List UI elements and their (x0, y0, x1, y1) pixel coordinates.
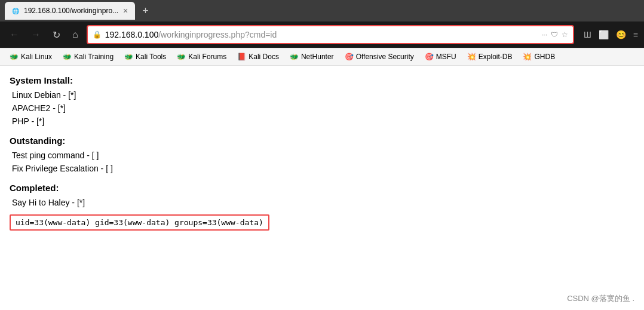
url-text: 192.168.0.100/workinginprogress.php?cmd=… (105, 30, 538, 39)
bookmark-label-7: MSFU (436, 53, 456, 61)
bookmark-label-0: Kali Linux (21, 53, 52, 61)
back-button[interactable]: ← (6, 28, 23, 41)
tab-close-button[interactable]: × (123, 6, 128, 16)
bookmark-label-9: GHDB (534, 53, 555, 61)
url-actions: ··· 🛡 ☆ (541, 30, 568, 39)
bookmarks-bar: 🐲Kali Linux🐲Kali Training🐲Kali Tools🐲Kal… (0, 48, 644, 66)
url-path: /workinginprogress.php?cmd=id (158, 30, 277, 39)
section-heading-2: Completed: (10, 183, 634, 193)
bookmark-icon-1: 🐲 (63, 53, 72, 61)
bookmark-item-1[interactable]: 🐲Kali Training (58, 51, 118, 62)
list-item-1-0: Test ping command - [ ] (10, 151, 634, 160)
bookmark-icon-2: 🐲 (124, 53, 133, 61)
tabs-icon[interactable]: ⬜ (599, 30, 609, 39)
account-icon[interactable]: 😊 (616, 30, 626, 39)
more-options-icon[interactable]: ··· (541, 30, 547, 39)
bookmark-item-4[interactable]: 📕Kali Docs (232, 51, 284, 62)
active-tab[interactable]: 🌐 192.168.0.100/workinginpro... × (5, 2, 135, 20)
bookmark-label-3: Kali Forums (188, 53, 226, 61)
menu-icon[interactable]: ≡ (633, 30, 638, 39)
bookmark-icon-6: 🎯 (345, 53, 354, 61)
list-item-0-0: Linux Debian - [*] (10, 90, 634, 100)
bookmark-item-5[interactable]: 🐲NetHunter (285, 51, 339, 62)
bookmark-item-3[interactable]: 🐲Kali Forums (172, 51, 231, 62)
home-button[interactable]: ⌂ (69, 28, 82, 41)
bookmark-item-9[interactable]: 💥GHDB (518, 51, 560, 62)
new-tab-button[interactable]: + (137, 5, 154, 17)
bookmark-check-icon[interactable]: 🛡 (551, 30, 558, 39)
bookmark-label-6: Offensive Security (356, 53, 414, 61)
star-icon[interactable]: ☆ (562, 30, 568, 39)
tab-bar: 🌐 192.168.0.100/workinginpro... × + (0, 0, 644, 22)
list-item-2-0: Say Hi to Haley - [*] (10, 198, 634, 207)
list-item-0-1: APACHE2 - [*] (10, 103, 634, 113)
bookmark-label-4: Kali Docs (249, 53, 279, 61)
bookmark-icon-4: 📕 (237, 53, 246, 61)
bookmark-icon-5: 🐲 (290, 53, 299, 61)
bookmark-item-2[interactable]: 🐲Kali Tools (119, 51, 171, 62)
bookmark-item-8[interactable]: 💥Exploit-DB (462, 51, 517, 62)
library-icon[interactable]: Ш (584, 30, 591, 39)
bookmark-item-6[interactable]: 🎯Offensive Security (340, 51, 419, 62)
page-content: System Install:Linux Debian - [*]APACHE2… (0, 66, 644, 293)
command-output: uid=33(www-data) gid=33(www-data) groups… (10, 214, 269, 231)
bookmark-label-5: NetHunter (301, 53, 334, 61)
url-bar[interactable]: 🔒 192.168.0.100/workinginprogress.php?cm… (87, 25, 574, 44)
bookmark-icon-9: 💥 (523, 53, 532, 61)
bookmark-icon-0: 🐲 (10, 53, 19, 61)
list-item-0-2: PHP - [*] (10, 116, 634, 126)
bookmark-icon-7: 🎯 (425, 53, 434, 61)
bookmark-icon-3: 🐲 (177, 53, 186, 61)
browser-chrome: 🌐 192.168.0.100/workinginpro... × + ← → … (0, 0, 644, 66)
security-icon: 🔒 (93, 30, 102, 39)
section-heading-0: System Install: (10, 75, 634, 85)
bookmark-item-7[interactable]: 🎯MSFU (420, 51, 461, 62)
bookmark-label-8: Exploit-DB (479, 53, 513, 61)
address-bar: ← → ↻ ⌂ 🔒 192.168.0.100/workinginprogres… (0, 22, 644, 48)
bookmark-label-1: Kali Training (74, 53, 114, 61)
bookmark-item-0[interactable]: 🐲Kali Linux (5, 51, 57, 62)
reload-button[interactable]: ↻ (49, 28, 64, 42)
browser-toolbar-icons: Ш ⬜ 😊 ≡ (584, 30, 638, 39)
forward-button[interactable]: → (27, 28, 44, 41)
bookmark-icon-8: 💥 (467, 53, 476, 61)
url-host: 192.168.0.100 (105, 30, 159, 39)
tab-favicon: 🌐 (12, 8, 19, 14)
section-heading-1: Outstanding: (10, 136, 634, 146)
tab-title: 192.168.0.100/workinginpro... (24, 7, 118, 15)
list-item-1-1: Fix Privilege Escalation - [ ] (10, 164, 634, 173)
bookmark-label-2: Kali Tools (136, 53, 166, 61)
